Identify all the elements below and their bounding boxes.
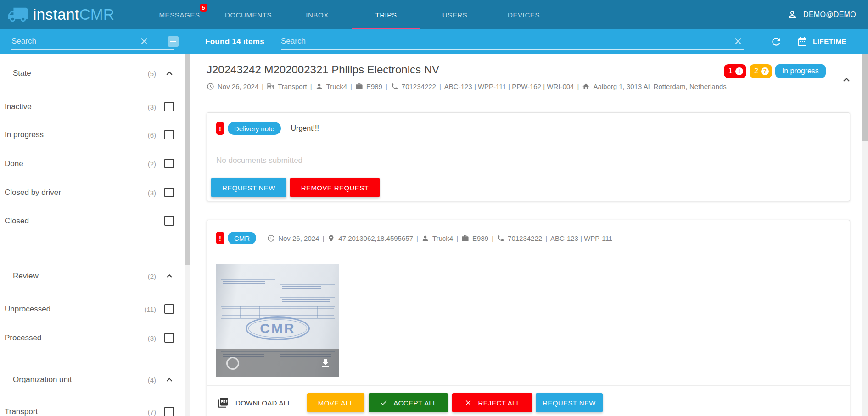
calendar-icon[interactable] <box>797 36 808 47</box>
document-card-cmr: ! CMR Nov 26, 2024| 47.2013062,18.459565… <box>207 220 850 416</box>
alert-badge: ! <box>216 122 224 135</box>
filter-item-inactive[interactable]: Inactive (3) <box>0 100 180 113</box>
select-document-circle[interactable] <box>226 357 239 370</box>
divider <box>0 262 180 262</box>
document-type-badge: Delivery note <box>228 122 281 135</box>
filter-section-review[interactable]: Review (2) <box>0 270 180 283</box>
question-circle-icon: ? <box>761 67 769 75</box>
nav-label: USERS <box>442 11 468 19</box>
trip-title: J20243242 M202002321 Philips Electronics… <box>207 63 439 76</box>
filters-sidebar: State (5) Inactive (3) In progress (6) D… <box>0 54 180 416</box>
checkbox-unchecked[interactable] <box>164 188 174 197</box>
main-scrollbar-thumb[interactable] <box>862 54 868 141</box>
remove-request-button[interactable]: REMOVE REQUEST <box>290 178 380 197</box>
document-card-delivery-note: ! Delivery note Urgent!!! No documents s… <box>207 112 850 201</box>
pdf-icon <box>217 397 229 409</box>
filter-item-processed[interactable]: Processed (3) <box>0 332 180 344</box>
refresh-icon[interactable] <box>770 36 782 48</box>
nav-item-documents[interactable]: DOCUMENTS <box>214 0 283 29</box>
filter-item-closed[interactable]: Closed <box>0 215 180 227</box>
nav-label: INBOX <box>306 11 329 19</box>
warnings-badge: 2 ? <box>750 64 772 78</box>
document-meta: Nov 26, 2024| 47.2013062,18.4595657| Tru… <box>267 234 612 242</box>
move-all-button[interactable]: MOVE ALL <box>307 393 364 412</box>
truck-icon <box>7 4 28 25</box>
filter-item-closed-by-driver[interactable]: Closed by driver (3) <box>0 186 180 199</box>
sidebar-scrollbar-thumb[interactable] <box>185 54 190 265</box>
filter-item-done[interactable]: Done (2) <box>0 157 180 170</box>
filter-section-state[interactable]: State (5) <box>0 67 180 80</box>
checkbox-unchecked[interactable] <box>164 333 174 343</box>
nav-item-inbox[interactable]: INBOX <box>283 0 352 29</box>
clock-icon <box>267 234 275 242</box>
brand-logo[interactable]: instantCMR <box>7 0 114 29</box>
request-new-button[interactable]: REQUEST NEW <box>536 393 603 412</box>
collapse-chevron-up-icon[interactable] <box>840 73 853 86</box>
alert-badge: ! <box>216 232 224 244</box>
clock-icon <box>207 83 214 90</box>
brand-name: instantCMR <box>33 6 114 23</box>
filter-item-unprocessed[interactable]: Unprocessed (11) <box>0 303 180 316</box>
filter-item-transport[interactable]: Transport (7) <box>0 405 180 416</box>
nav-item-trips[interactable]: TRIPS <box>352 0 420 29</box>
date-range-selector[interactable]: LIFETIME <box>813 29 846 54</box>
vehicle-icon <box>355 83 363 90</box>
top-navbar: instantCMR MESSAGES 5 DOCUMENTS INBOX TR… <box>0 0 868 29</box>
building-icon <box>267 83 274 90</box>
nav-item-devices[interactable]: DEVICES <box>489 0 558 29</box>
exclamation-circle-icon: ! <box>735 67 743 75</box>
select-all-checkbox-indeterminate[interactable] <box>168 36 179 47</box>
clear-search-icon[interactable] <box>139 36 150 47</box>
app-canvas: instantCMR MESSAGES 5 DOCUMENTS INBOX TR… <box>0 0 868 416</box>
person-icon <box>787 9 798 20</box>
download-all-button[interactable]: DOWNLOAD ALL <box>217 393 291 412</box>
status-badge: In progress <box>775 64 826 78</box>
filter-bar: Found 14 items LIFETIME <box>0 29 868 54</box>
checkbox-unchecked[interactable] <box>164 304 174 314</box>
checkbox-unchecked[interactable] <box>164 130 174 139</box>
location-pin-icon <box>327 234 335 242</box>
chevron-up-icon[interactable] <box>163 374 175 386</box>
phone-icon <box>497 234 504 242</box>
document-note: Urgent!!! <box>291 124 319 133</box>
user-name: DEMO@DEMO <box>803 11 856 19</box>
download-icon[interactable] <box>320 358 331 369</box>
filter-item-in-progress[interactable]: In progress (6) <box>0 128 180 141</box>
phone-icon <box>391 83 398 90</box>
vehicle-icon <box>461 234 469 242</box>
checkbox-unchecked[interactable] <box>164 216 174 226</box>
nav-label: MESSAGES <box>159 11 200 19</box>
checkbox-unchecked[interactable] <box>164 407 174 416</box>
checkbox-unchecked[interactable] <box>164 159 174 168</box>
driver-icon <box>315 83 323 90</box>
chevron-up-icon[interactable] <box>163 67 175 79</box>
checkbox-unchecked[interactable] <box>164 102 174 111</box>
messages-count-badge: 5 <box>200 4 207 12</box>
clear-search-icon[interactable] <box>733 36 744 47</box>
reject-all-button[interactable]: REJECT ALL <box>452 393 532 412</box>
alerts-badge: 1 ! <box>724 64 746 78</box>
thumbnail-overlay <box>216 349 339 377</box>
nav-label: DEVICES <box>508 11 540 19</box>
cmr-watermark: CMR <box>246 316 310 340</box>
nav-item-messages[interactable]: MESSAGES 5 <box>145 0 214 29</box>
trip-badges: 1 ! 2 ? In progress <box>724 64 826 78</box>
nav-label: DOCUMENTS <box>225 11 272 19</box>
results-count: Found 14 items <box>205 29 264 54</box>
divider <box>0 366 180 366</box>
accept-all-button[interactable]: ACCEPT ALL <box>369 393 448 412</box>
empty-state-text: No documents submitted <box>216 156 302 165</box>
home-icon <box>582 83 590 90</box>
driver-icon <box>421 234 429 242</box>
request-new-button[interactable]: REQUEST NEW <box>211 178 286 197</box>
card-header: ! Delivery note Urgent!!! <box>216 122 319 135</box>
user-menu[interactable]: DEMO@DEMO <box>787 0 856 29</box>
filter-section-organization-unit[interactable]: Organization unit (4) <box>0 373 180 386</box>
document-thumbnail[interactable]: CMR <box>216 264 339 377</box>
chevron-up-icon[interactable] <box>163 270 175 282</box>
nav-item-users[interactable]: USERS <box>420 0 489 29</box>
check-icon <box>380 399 388 407</box>
trip-meta: Nov 26, 2024| Transport| Truck4| E989| 7… <box>207 83 727 90</box>
nav-label: TRIPS <box>375 11 397 19</box>
trips-search-input[interactable] <box>281 34 744 50</box>
